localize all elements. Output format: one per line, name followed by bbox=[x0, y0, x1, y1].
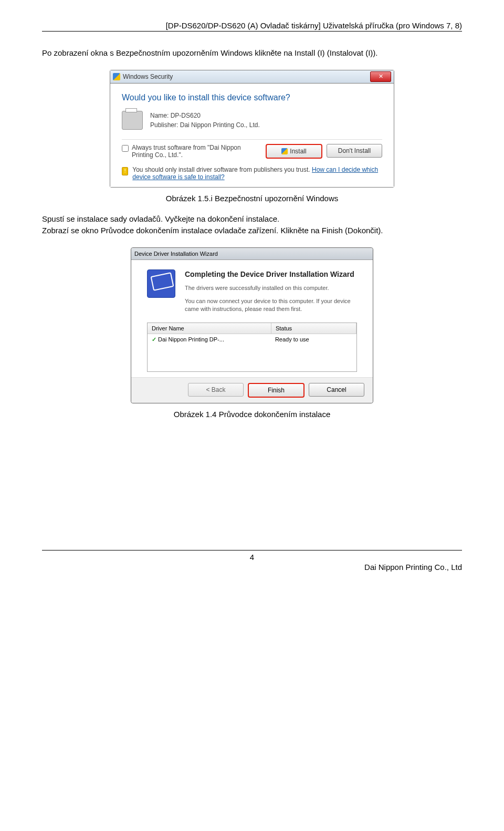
back-button: < Back bbox=[188, 383, 244, 397]
always-trust-checkbox[interactable]: Always trust software from "Dai Nippon P… bbox=[122, 144, 258, 159]
driver-list: Driver Name Status ✓Dai Nippon Printing … bbox=[147, 323, 357, 372]
page-number: 4 bbox=[42, 550, 462, 562]
wizard-line1: The drivers were successfully installed … bbox=[185, 284, 357, 292]
wizard-heading: Completing the Device Driver Installatio… bbox=[185, 269, 357, 279]
wizard-titlebar: Device Driver Installation Wizard bbox=[131, 248, 373, 260]
security-dialog: Windows Security ✕ Would you like to ins… bbox=[110, 70, 394, 188]
device-info: Name: DP-DS620 Publisher: Dai Nippon Pri… bbox=[150, 111, 260, 130]
warning-text: You should only install driver software … bbox=[132, 166, 382, 181]
dialog-title: Windows Security bbox=[123, 73, 173, 80]
install-button[interactable]: Install bbox=[266, 144, 322, 159]
page-header: [DP-DS620/DP-DS620 (A) Ovladač tiskárny]… bbox=[42, 21, 462, 32]
paragraph-2: Spustí se instalace sady ovladačů. Vyčke… bbox=[42, 213, 462, 237]
dont-install-button[interactable]: Don't Install bbox=[327, 144, 382, 158]
shield-icon bbox=[281, 148, 288, 154]
wizard-line2: You can now connect your device to this … bbox=[185, 297, 357, 313]
printer-icon bbox=[122, 111, 143, 130]
warning-icon: ! bbox=[122, 167, 128, 175]
company-footer: Dai Nippon Printing Co., Ltd bbox=[42, 563, 462, 572]
paragraph-1: Po zobrazení okna s Bezpečnostním upozor… bbox=[42, 47, 462, 59]
hardware-icon bbox=[147, 269, 175, 298]
checkbox-input[interactable] bbox=[122, 145, 129, 152]
figure-caption-1: Obrázek 1.5.i Bezpečnostní upozornění Wi… bbox=[42, 194, 462, 203]
driver-row: ✓Dai Nippon Printing DP-... Ready to use bbox=[148, 334, 356, 345]
dialog-question: Would you like to install this device so… bbox=[122, 93, 382, 102]
col-driver-name: Driver Name bbox=[148, 323, 271, 334]
col-status: Status bbox=[271, 323, 356, 334]
always-trust-label: Always trust software from "Dai Nippon P… bbox=[132, 144, 258, 159]
wizard-dialog: Device Driver Installation Wizard Comple… bbox=[131, 247, 373, 403]
figure-caption-2: Obrázek 1.4 Průvodce dokončením instalac… bbox=[42, 410, 462, 419]
cancel-button[interactable]: Cancel bbox=[309, 383, 364, 397]
dialog-titlebar: Windows Security ✕ bbox=[110, 70, 394, 84]
finish-button[interactable]: Finish bbox=[248, 383, 304, 398]
check-icon: ✓ bbox=[152, 336, 156, 342]
close-icon[interactable]: ✕ bbox=[370, 71, 391, 82]
shield-icon bbox=[113, 73, 120, 80]
